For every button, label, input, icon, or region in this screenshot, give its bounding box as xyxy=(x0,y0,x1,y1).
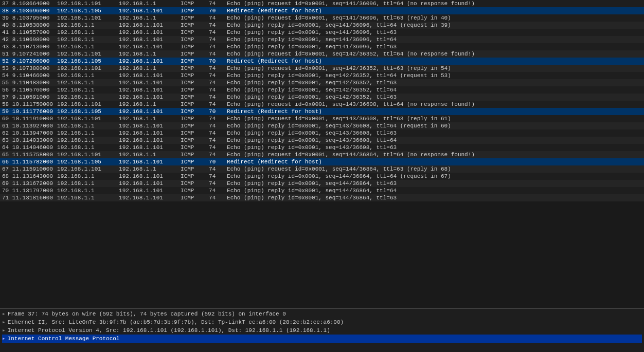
table-row[interactable]: 56 9.110576000192.168.1.1192.168.1.101IC… xyxy=(0,86,644,94)
table-row[interactable]: 53 9.107380000192.168.1.101192.168.1.1IC… xyxy=(0,65,644,72)
table-row[interactable]: 51 9.107241000192.168.1.101192.168.1.1IC… xyxy=(0,50,644,58)
table-row[interactable]: 38 8.103696000192.168.1.105192.168.1.101… xyxy=(0,7,644,14)
cell-dst: 192.168.1.101 xyxy=(117,94,178,101)
cell-no-time: 69 11.131672000 xyxy=(0,180,55,187)
table-row[interactable]: 62 10.113947000192.168.1.1192.168.1.101I… xyxy=(0,129,644,137)
table-row[interactable]: 57 9.110591000192.168.1.1192.168.1.101IC… xyxy=(0,94,644,101)
ethernet-expand-arrow: ▸ xyxy=(2,318,6,326)
cell-info: Echo (ping) reply id=0x0001, seq=144/368… xyxy=(225,173,644,180)
cell-proto: ICMP xyxy=(178,86,207,94)
cell-len: 74 xyxy=(207,22,225,29)
cell-src: 192.168.1.1 xyxy=(55,79,117,86)
cell-no-time: 37 8.103664000 xyxy=(0,0,55,7)
table-row[interactable]: 65 11.115758000192.168.1.101192.168.1.1I… xyxy=(0,151,644,158)
cell-info: Echo (ping) request id=0x0001, seq=144/3… xyxy=(225,151,644,158)
cell-len: 74 xyxy=(207,79,225,86)
cell-no-time: 54 9.110466000 xyxy=(0,72,55,79)
cell-no-time: 55 9.110483000 xyxy=(0,79,55,86)
packet-table: 37 8.103664000192.168.1.101192.168.1.1IC… xyxy=(0,0,644,201)
cell-info: Redirect (Redirect for host) xyxy=(225,7,644,14)
table-row[interactable]: 71 11.131816000192.168.1.1192.168.1.101I… xyxy=(0,194,644,201)
table-row[interactable]: 64 10.114046000192.168.1.1192.168.1.101I… xyxy=(0,144,644,151)
cell-info: Echo (ping) request id=0x0001, seq=142/3… xyxy=(225,65,644,72)
icmp-line[interactable]: ▸ Internet Control Message Protocol xyxy=(2,335,642,343)
cell-dst: 192.168.1.101 xyxy=(117,22,178,29)
cell-dst: 192.168.1.101 xyxy=(117,58,178,65)
cell-no-time: 60 10.111910000 xyxy=(0,115,55,122)
cell-src: 192.168.1.1 xyxy=(55,43,117,50)
cell-info: Echo (ping) reply id=0x0001, seq=144/368… xyxy=(225,194,644,201)
table-row[interactable]: 69 11.131672000192.168.1.1192.168.1.101I… xyxy=(0,180,644,187)
cell-len: 74 xyxy=(207,137,225,144)
cell-src: 192.168.1.101 xyxy=(55,50,117,58)
cell-src: 192.168.1.101 xyxy=(55,65,117,72)
cell-len: 74 xyxy=(207,36,225,43)
cell-proto: ICMP xyxy=(178,129,207,137)
cell-src: 192.168.1.1 xyxy=(55,137,117,144)
packet-list[interactable]: 37 8.103664000192.168.1.101192.168.1.1IC… xyxy=(0,0,644,308)
cell-info: Redirect (Redirect for host) xyxy=(225,108,644,115)
cell-dst: 192.168.1.101 xyxy=(117,158,178,165)
table-row[interactable]: 39 8.103795000192.168.1.101192.168.1.1IC… xyxy=(0,14,644,22)
cell-proto: ICMP xyxy=(178,58,207,65)
cell-no-time: 43 8.110713000 xyxy=(0,43,55,50)
table-row[interactable]: 43 8.110713000192.168.1.1192.168.1.101IC… xyxy=(0,43,644,50)
cell-dst: 192.168.1.101 xyxy=(117,108,178,115)
ip-line[interactable]: ▸ Internet Protocol Version 4, Src: 192.… xyxy=(2,326,642,335)
table-row[interactable]: 59 10.111776000192.168.1.105192.168.1.10… xyxy=(0,108,644,115)
frame-expand-arrow: ▸ xyxy=(2,310,6,318)
table-row[interactable]: 60 10.111910000192.168.1.101192.168.1.1I… xyxy=(0,115,644,122)
icmp-text: Internet Control Message Protocol xyxy=(8,335,120,343)
cell-dst: 192.168.1.1 xyxy=(117,115,178,122)
cell-len: 74 xyxy=(207,72,225,79)
table-row[interactable]: 41 8.110557000192.168.1.1192.168.1.101IC… xyxy=(0,29,644,36)
cell-len: 74 xyxy=(207,194,225,201)
cell-info: Echo (ping) reply id=0x0001, seq=141/360… xyxy=(225,22,644,29)
cell-len: 70 xyxy=(207,58,225,65)
table-row[interactable]: 70 11.131797000192.168.1.1192.168.1.101I… xyxy=(0,187,644,194)
table-row[interactable]: 63 10.114033000192.168.1.1192.168.1.101I… xyxy=(0,137,644,144)
table-row[interactable]: 58 10.111750000192.168.1.101192.168.1.1I… xyxy=(0,101,644,108)
cell-len: 74 xyxy=(207,86,225,94)
detail-panel: ▸ Frame 37: 74 bytes on wire (592 bits),… xyxy=(0,308,644,352)
cell-len: 70 xyxy=(207,158,225,165)
cell-len: 74 xyxy=(207,29,225,36)
cell-no-time: 64 10.114046000 xyxy=(0,144,55,151)
cell-proto: ICMP xyxy=(178,0,207,7)
ethernet-line[interactable]: ▸ Ethernet II, Src: LiteOnTe_3b:9f:7b (a… xyxy=(2,318,642,326)
cell-info: Echo (ping) reply id=0x0001, seq=142/363… xyxy=(225,79,644,86)
cell-no-time: 68 11.131643000 xyxy=(0,173,55,180)
cell-dst: 192.168.1.101 xyxy=(117,144,178,151)
cell-src: 192.168.1.105 xyxy=(55,58,117,65)
cell-no-time: 58 10.111750000 xyxy=(0,101,55,108)
cell-proto: ICMP xyxy=(178,158,207,165)
table-row[interactable]: 37 8.103664000192.168.1.101192.168.1.1IC… xyxy=(0,0,644,7)
cell-no-time: 66 11.115782000 xyxy=(0,158,55,165)
table-row[interactable]: 61 10.113927000192.168.1.1192.168.1.101I… xyxy=(0,122,644,129)
cell-src: 192.168.1.101 xyxy=(55,101,117,108)
frame-line[interactable]: ▸ Frame 37: 74 bytes on wire (592 bits),… xyxy=(2,310,642,318)
cell-proto: ICMP xyxy=(178,194,207,201)
cell-no-time: 38 8.103696000 xyxy=(0,7,55,14)
cell-len: 70 xyxy=(207,108,225,115)
cell-len: 74 xyxy=(207,180,225,187)
table-row[interactable]: 40 8.110538000192.168.1.1192.168.1.101IC… xyxy=(0,22,644,29)
cell-dst: 192.168.1.1 xyxy=(117,65,178,72)
cell-proto: ICMP xyxy=(178,115,207,122)
table-row[interactable]: 42 8.110698000192.168.1.1192.168.1.101IC… xyxy=(0,36,644,43)
table-row[interactable]: 54 9.110466000192.168.1.1192.168.1.101IC… xyxy=(0,72,644,79)
cell-src: 192.168.1.1 xyxy=(55,144,117,151)
cell-no-time: 57 9.110591000 xyxy=(0,94,55,101)
cell-proto: ICMP xyxy=(178,79,207,86)
table-row[interactable]: 55 9.110483000192.168.1.1192.168.1.101IC… xyxy=(0,79,644,86)
cell-dst: 192.168.1.101 xyxy=(117,79,178,86)
cell-len: 70 xyxy=(207,7,225,14)
cell-info: Echo (ping) request id=0x0001, seq=143/3… xyxy=(225,101,644,108)
table-row[interactable]: 68 11.131643000192.168.1.1192.168.1.101I… xyxy=(0,173,644,180)
table-row[interactable]: 52 9.107266000192.168.1.105192.168.1.101… xyxy=(0,58,644,65)
table-row[interactable]: 67 11.115910000192.168.1.101192.168.1.1I… xyxy=(0,165,644,173)
table-row[interactable]: 66 11.115782000192.168.1.105192.168.1.10… xyxy=(0,158,644,165)
cell-no-time: 40 8.110538000 xyxy=(0,22,55,29)
cell-src: 192.168.1.1 xyxy=(55,173,117,180)
cell-info: Echo (ping) reply id=0x0001, seq=144/368… xyxy=(225,187,644,194)
